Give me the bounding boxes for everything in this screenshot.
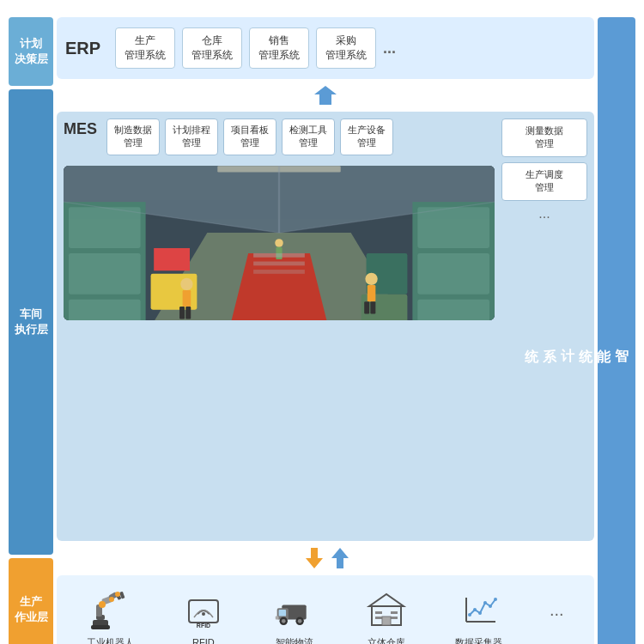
svg-rect-22 (185, 307, 191, 319)
svg-rect-53 (279, 610, 287, 617)
erp-module-2: 销售管理系统 (249, 27, 309, 69)
factory-scene-svg (64, 166, 495, 320)
erp-row: ERP 生产管理系统 仓库管理系统 销售管理系统 采购管理系统 ... (57, 17, 594, 79)
svg-point-68 (468, 613, 471, 617)
factory-image (64, 166, 495, 320)
robot-item: 工业机器人 (87, 588, 134, 645)
mes-modules-top: 制造数据管理 计划排程管理 项目看板管理 检测工具管理 生产设备管理 (106, 118, 393, 155)
truck-item: 智能物流 (272, 588, 317, 645)
svg-rect-11 (417, 253, 489, 295)
main-layout: 计划 决策层 车间 执行层 生产 作业层 ERP 生产管理系统 仓库管理系统 销… (9, 17, 635, 644)
svg-rect-64 (391, 617, 398, 619)
svg-rect-25 (364, 301, 369, 313)
main-wrapper: 计划 决策层 车间 执行层 生产 作业层 ERP 生产管理系统 仓库管理系统 销… (0, 0, 644, 644)
mes-module-4: 生产设备管理 (340, 118, 393, 155)
svg-marker-35 (306, 548, 323, 568)
erp-modules: 生产管理系统 仓库管理系统 销售管理系统 采购管理系统 ... (115, 27, 586, 69)
rfid-label: RFID (192, 637, 215, 644)
svg-point-57 (298, 618, 302, 623)
rfid-icon: RFID (181, 589, 226, 634)
plan-layer-label: 计划 决策层 (9, 17, 53, 86)
mes-module-3: 检测工具管理 (282, 118, 335, 155)
erp-module-3: 采购管理系统 (316, 27, 376, 69)
svg-rect-21 (179, 307, 185, 319)
truck-label: 智能物流 (276, 636, 313, 645)
down-arrow-icon (313, 86, 338, 105)
warehouse-icon (364, 588, 409, 633)
mes-left: MES 制造数据管理 计划排程管理 项目看板管理 检测工具管理 生产设备管理 (64, 118, 495, 534)
erp-module-1: 仓库管理系统 (182, 27, 242, 69)
chart-icon (457, 588, 501, 633)
right-label-text: 智能统计系统 (525, 337, 629, 341)
warehouse-item: 立体仓库 (364, 588, 409, 645)
robot-icon (88, 588, 133, 633)
robot-label: 工业机器人 (87, 636, 134, 645)
svg-rect-14 (154, 248, 190, 270)
svg-rect-47 (91, 625, 110, 629)
svg-rect-8 (69, 300, 141, 320)
erp-module-0: 生产管理系统 (115, 27, 175, 69)
truck-icon (272, 588, 317, 633)
workshop-layer-label: 车间 执行层 (9, 89, 53, 555)
left-labels: 计划 决策层 车间 执行层 生产 作业层 (9, 17, 53, 644)
svg-rect-6 (69, 207, 141, 248)
mes-module-2: 项目看板管理 (223, 118, 276, 155)
svg-rect-63 (391, 611, 398, 614)
svg-rect-32 (253, 253, 305, 258)
svg-rect-61 (375, 611, 382, 614)
mes-right-module-0: 测量数据管理 (501, 118, 587, 157)
svg-point-44 (109, 597, 114, 602)
svg-marker-36 (331, 548, 349, 568)
svg-point-70 (478, 611, 482, 615)
prod-dots-item: ... (550, 600, 564, 637)
svg-rect-7 (69, 253, 141, 295)
rfid-item: RFID RFID (181, 589, 226, 644)
svg-point-19 (180, 277, 192, 289)
svg-point-72 (489, 605, 492, 608)
mes-right-dots: ... (501, 206, 587, 222)
svg-point-69 (473, 608, 477, 611)
chart-label: 数据采集器 (455, 636, 502, 645)
production-icons-row: 工业机器人 RFID (57, 575, 594, 644)
orange-arrow (57, 548, 594, 568)
svg-rect-62 (375, 617, 382, 619)
svg-point-43 (99, 601, 106, 608)
svg-point-73 (494, 598, 497, 601)
center-content: ERP 生产管理系统 仓库管理系统 销售管理系统 采购管理系统 ... (57, 17, 594, 644)
svg-point-55 (282, 618, 286, 623)
svg-rect-33 (253, 261, 305, 265)
mes-label: MES (64, 118, 101, 138)
orange-double-arrow-icon (300, 548, 351, 568)
erp-dots: ... (383, 39, 396, 58)
mes-right: 测量数据管理 生产调度管理 ... (501, 118, 587, 534)
right-label-container: 智能统计系统 (598, 17, 635, 644)
production-layer-label: 生产 作业层 (9, 558, 53, 644)
svg-rect-12 (417, 300, 489, 320)
svg-point-45 (115, 592, 120, 597)
prod-dots: ... (550, 600, 564, 637)
svg-marker-0 (314, 86, 337, 105)
mes-right-module-1: 生产调度管理 (501, 162, 587, 201)
svg-marker-60 (369, 594, 404, 606)
right-label-box: 智能统计系统 (598, 17, 635, 644)
svg-point-23 (365, 272, 377, 284)
chart-item: 数据采集器 (455, 588, 502, 645)
svg-text:RFID: RFID (197, 623, 210, 629)
svg-rect-34 (253, 270, 305, 274)
svg-rect-24 (368, 285, 376, 301)
svg-rect-58 (276, 616, 279, 619)
mes-top-row: MES 制造数据管理 计划排程管理 项目看板管理 检测工具管理 生产设备管理 (64, 118, 495, 155)
mes-section: MES 制造数据管理 计划排程管理 项目看板管理 检测工具管理 生产设备管理 (57, 112, 594, 541)
svg-rect-65 (382, 617, 391, 625)
svg-point-27 (275, 239, 283, 247)
mes-module-0: 制造数据管理 (106, 118, 160, 155)
mes-module-1: 计划排程管理 (165, 118, 218, 155)
svg-rect-20 (183, 290, 191, 307)
svg-point-49 (202, 612, 205, 616)
erp-label: ERP (65, 39, 106, 58)
svg-rect-26 (370, 301, 375, 313)
svg-rect-10 (417, 207, 489, 248)
svg-point-71 (483, 601, 487, 605)
arrow-erp-to-mes (57, 86, 594, 105)
warehouse-label: 立体仓库 (368, 636, 405, 645)
